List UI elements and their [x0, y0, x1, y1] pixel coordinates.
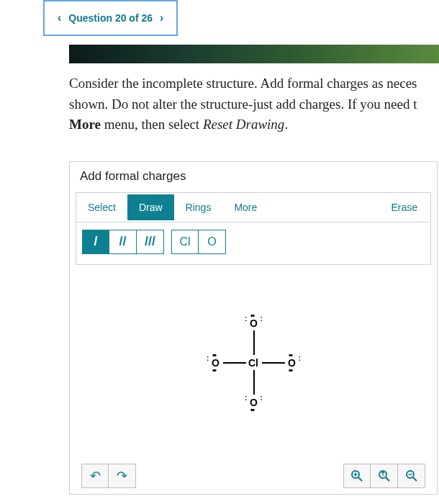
- zoom-in-icon: [350, 469, 363, 482]
- bond[interactable]: [262, 362, 285, 364]
- editor-footer: ↶ ↷: [76, 459, 431, 494]
- tab-draw[interactable]: Draw: [127, 194, 174, 220]
- lone-pair-icon: ••: [212, 366, 216, 374]
- single-bond-button[interactable]: /: [82, 230, 109, 254]
- zoom-out-button[interactable]: [398, 464, 425, 488]
- atom-cl-button[interactable]: Cl: [171, 230, 199, 254]
- bond[interactable]: [223, 362, 246, 364]
- tab-more[interactable]: More: [222, 194, 268, 220]
- prev-icon[interactable]: ‹: [58, 12, 61, 24]
- lone-pair-icon: ••: [289, 351, 292, 359]
- zoom-out-icon: [405, 469, 418, 482]
- banner-image: [69, 45, 439, 63]
- lone-pair-icon: ••: [250, 312, 254, 320]
- redo-icon: ↷: [117, 468, 127, 484]
- editor-title: Add formal charges: [70, 162, 437, 188]
- atom-o-button[interactable]: O: [199, 230, 226, 254]
- structure-editor: Add formal charges Select Draw Rings Mor…: [69, 161, 438, 495]
- question-text: Consider the incomplete structure. Add f…: [69, 73, 439, 135]
- undo-icon: ↶: [90, 468, 101, 484]
- svg-line-1: [358, 477, 362, 481]
- svg-line-5: [386, 477, 389, 481]
- lone-pair-icon: :: [261, 396, 263, 400]
- zoom-group: [343, 464, 425, 488]
- atom-left[interactable]: •• •• : O: [212, 357, 220, 369]
- molecule: Cl •• : : O •• : : O •• ••: [181, 297, 325, 427]
- svg-line-7: [413, 477, 417, 481]
- redo-button[interactable]: ↷: [109, 464, 136, 488]
- atom-buttons: Cl O: [171, 230, 226, 254]
- tab-select[interactable]: Select: [76, 194, 127, 220]
- next-icon[interactable]: ›: [160, 12, 163, 24]
- double-bond-button[interactable]: //: [109, 230, 137, 254]
- zoom-reset-icon: [378, 469, 391, 482]
- bond-buttons: / // ///: [82, 230, 164, 254]
- lone-pair-icon: :: [245, 396, 247, 400]
- lone-pair-icon: :: [245, 317, 247, 321]
- tab-rings[interactable]: Rings: [174, 194, 223, 220]
- lone-pair-icon: ••: [289, 366, 292, 374]
- bond[interactable]: [253, 370, 255, 395]
- lone-pair-icon: ••: [212, 351, 216, 359]
- question-nav[interactable]: ‹ Question 20 of 26 ›: [43, 0, 178, 36]
- atom-center[interactable]: Cl: [248, 357, 258, 369]
- lone-pair-icon: :: [261, 317, 263, 321]
- question-counter: Question 20 of 26: [68, 12, 153, 24]
- lone-pair-icon: :: [299, 356, 301, 361]
- undo-button[interactable]: ↶: [81, 464, 109, 488]
- lone-pair-icon: ••: [250, 406, 254, 414]
- drawing-canvas[interactable]: Cl •• : : O •• : : O •• ••: [76, 265, 431, 459]
- tab-erase[interactable]: Erase: [379, 194, 430, 220]
- atom-right[interactable]: •• •• : O: [288, 357, 296, 369]
- editor-toolbar: / // /// Cl O: [76, 222, 431, 265]
- zoom-in-button[interactable]: [343, 464, 371, 488]
- single-bond-icon: /: [94, 234, 97, 249]
- editor-tabs: Select Draw Rings More Erase: [76, 192, 431, 222]
- bond[interactable]: [253, 330, 255, 355]
- undo-redo-group: ↶ ↷: [81, 464, 136, 488]
- atom-top[interactable]: •• : : O: [250, 318, 258, 329]
- atom-bottom[interactable]: •• : : O: [250, 397, 258, 408]
- triple-bond-icon: ///: [145, 234, 155, 249]
- double-bond-icon: //: [119, 234, 126, 249]
- lone-pair-icon: :: [207, 356, 209, 361]
- triple-bond-button[interactable]: ///: [137, 230, 164, 254]
- zoom-reset-button[interactable]: [371, 464, 398, 488]
